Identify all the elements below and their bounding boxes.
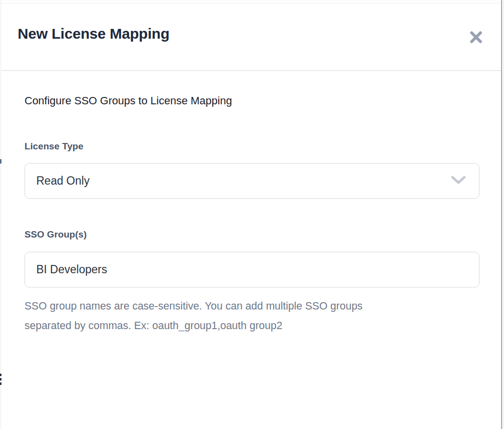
- dialog-header: New License Mapping: [1, 4, 501, 71]
- backdrop-top-strip: [0, 0, 504, 4]
- sso-groups-help-text: SSO group names are case-sensitive. You …: [25, 296, 466, 335]
- license-type-select[interactable]: Read Only: [25, 163, 479, 199]
- dialog-description: Configure SSO Groups to License Mapping: [25, 95, 232, 107]
- background-fragment: [0, 159, 1, 164]
- help-text-line: separated by commas. Ex: oauth_group1,oa…: [25, 316, 466, 335]
- dialog-body: Configure SSO Groups to License Mapping …: [1, 72, 501, 429]
- close-icon: [469, 30, 483, 45]
- new-license-mapping-dialog: New License Mapping Configure SSO Groups…: [1, 4, 501, 429]
- chevron-down-icon: [451, 176, 466, 187]
- sso-groups-input[interactable]: [25, 252, 479, 287]
- sso-groups-label: SSO Group(s): [25, 229, 87, 240]
- background-menu-icon-fragment: [0, 374, 1, 376]
- help-text-line: SSO group names are case-sensitive. You …: [25, 296, 466, 316]
- close-button[interactable]: [466, 27, 486, 47]
- background-menu-icon-fragment: [0, 382, 1, 385]
- license-type-selected-value: Read Only: [36, 174, 90, 188]
- dialog-title: New License Mapping: [18, 25, 170, 42]
- backdrop-left-strip: [0, 0, 1, 429]
- background-menu-icon-fragment: [0, 378, 1, 381]
- backdrop-right-strip: [502, 0, 504, 429]
- license-type-label: License Type: [25, 141, 83, 152]
- modal-right-edge: [501, 0, 502, 429]
